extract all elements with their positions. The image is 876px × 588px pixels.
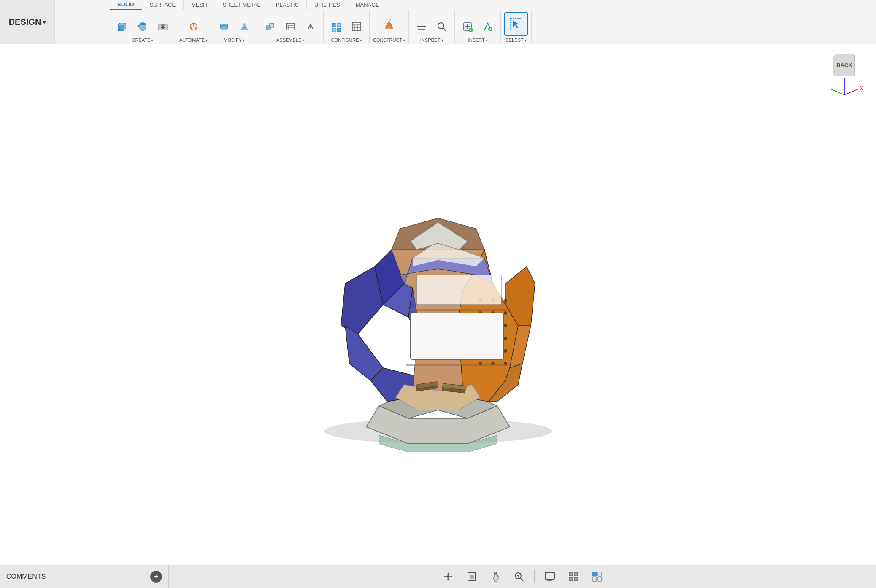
tab-bar: SOLID SURFACE MESH SHEET METAL PLASTIC U… [110,0,876,10]
tab-utilities[interactable]: UTILITIES [307,0,348,10]
create-label[interactable]: CREATE ▾ [132,38,154,43]
svg-rect-16 [220,24,228,29]
tab-surface[interactable]: SURFACE [142,0,184,10]
create-group: CREATE ▾ [110,10,176,44]
svg-rect-29 [337,28,341,32]
construct-label[interactable]: CONSTRUCT ▾ [373,38,405,43]
tab-manage[interactable]: MANAGE [348,0,387,10]
create-hole-btn[interactable] [154,17,172,36]
comments-section: COMMENTS + [0,565,169,588]
zoom-tool-btn[interactable] [511,568,527,585]
svg-point-42 [438,23,444,29]
svg-point-6 [139,23,146,25]
configure-label[interactable]: CONFIGURE ▾ [331,38,362,43]
toolbar-icons-row: CREATE ▾ [110,10,876,44]
svg-marker-40 [417,26,419,27]
assemble-btn2[interactable] [281,17,300,36]
svg-rect-124 [569,572,573,576]
svg-rect-131 [598,577,602,581]
svg-line-43 [443,28,446,31]
svg-point-9 [161,26,165,29]
select-group: SELECT ▾ [501,10,532,44]
viewport-toolbar [169,568,876,585]
svg-point-75 [504,311,507,315]
toolbar-divider [534,570,535,583]
pan-tool-btn[interactable] [487,568,504,585]
design-section[interactable]: DESIGN ▾ [0,0,55,44]
display-settings-btn[interactable] [541,568,558,585]
svg-point-84 [504,349,507,353]
svg-text:X: X [860,86,863,91]
svg-rect-94 [417,275,501,305]
modify-btn1[interactable] [215,17,233,36]
construct-btn[interactable] [377,12,401,36]
svg-line-2 [118,23,120,25]
svg-marker-59 [345,326,383,380]
inspect-label[interactable]: INSPECT ▾ [420,38,443,43]
modify-label[interactable]: MODIFY ▾ [224,38,245,43]
configure-btn1[interactable] [327,17,346,36]
svg-marker-93 [406,364,508,366]
assemble-btn1[interactable] [261,17,279,36]
svg-rect-126 [569,577,573,581]
tab-solid[interactable]: SOLID [110,0,142,10]
svg-rect-130 [592,577,597,581]
svg-marker-41 [424,26,426,27]
svg-rect-27 [337,23,341,27]
inspect-btn1[interactable] [412,17,431,36]
comments-add-button[interactable]: + [150,571,162,583]
svg-rect-26 [332,23,335,27]
tab-plastic[interactable]: PLASTIC [268,0,307,10]
automate-btn[interactable] [184,17,203,36]
create-revolve-btn[interactable] [133,17,152,36]
svg-text:BACK: BACK [836,62,852,68]
modify-btn2[interactable] [235,17,254,36]
svg-point-25 [309,25,312,28]
inspect-group: INSPECT ▾ [409,10,455,44]
svg-point-78 [504,324,507,327]
select-btn[interactable] [504,12,528,36]
fit-tool-btn[interactable] [463,568,480,585]
assemble-btn3[interactable] [301,17,320,36]
svg-rect-91 [412,314,502,358]
tab-sheet-metal[interactable]: SHEET METAL [215,0,268,10]
svg-point-109 [447,575,449,578]
design-text: DESIGN [9,17,41,27]
select-label[interactable]: SELECT ▾ [506,38,527,43]
configure-btn2[interactable] [347,17,366,36]
modify-group: MODIFY ▾ [211,10,257,44]
svg-point-13 [190,27,192,29]
assemble-group: ASSEMBLE ▾ [257,10,324,44]
automate-label[interactable]: AUTOMATE ▾ [179,38,208,43]
orbit-tool-btn[interactable] [440,568,457,585]
create-extrude-btn[interactable] [113,17,132,36]
svg-line-102 [844,89,859,95]
svg-point-11 [193,23,195,25]
svg-rect-129 [598,572,602,576]
svg-rect-30 [352,22,361,31]
configure-group: CONFIGURE ▾ [324,10,370,44]
design-label[interactable]: DESIGN ▾ [9,17,46,27]
svg-rect-115 [470,575,474,579]
view-cube[interactable]: X Z BACK [825,53,863,91]
svg-point-8 [161,24,165,26]
assemble-label[interactable]: ASSEMBLE ▾ [276,38,304,43]
svg-rect-28 [332,28,335,32]
main-viewport[interactable]: X Z BACK [0,44,876,565]
view-mode-btn[interactable] [589,568,606,585]
insert-label[interactable]: INSERT ▾ [468,38,488,43]
bottom-bar: COMMENTS + [0,565,876,588]
inspect-btn2[interactable] [433,17,451,36]
svg-point-81 [504,337,507,340]
design-dropdown-arrow: ▾ [43,19,46,25]
insert-btn2[interactable] [479,17,497,36]
3d-model-view [290,157,586,452]
toolbar: DESIGN ▾ SOLID SURFACE MESH SHEET METAL … [0,0,876,44]
insert-group: INSERT ▾ [455,10,501,44]
svg-line-117 [520,578,523,581]
grid-toggle-btn[interactable] [565,568,582,585]
tab-mesh[interactable]: MESH [184,0,215,10]
svg-rect-120 [545,572,554,579]
insert-btn1[interactable] [458,17,477,36]
svg-rect-127 [574,577,578,581]
